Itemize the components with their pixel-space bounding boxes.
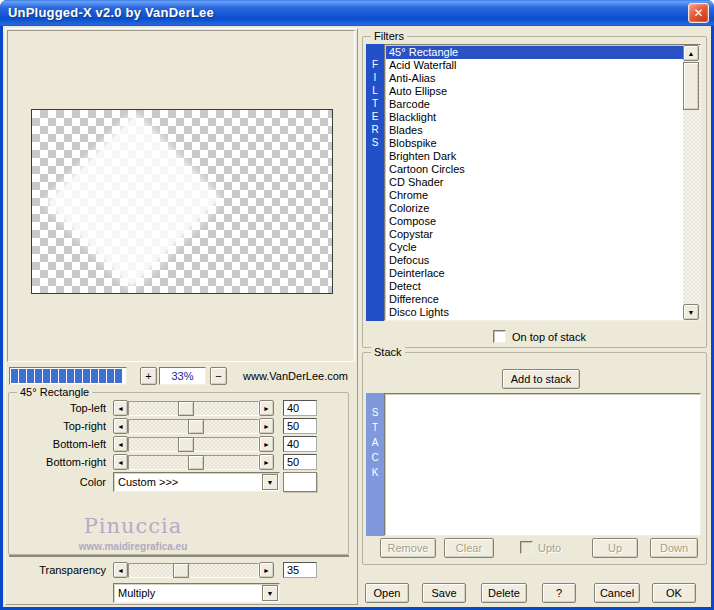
blend-mode-value: Multiply: [118, 587, 155, 599]
top-left-slider-track[interactable]: [128, 401, 259, 416]
zoom-level-display: 33%: [159, 367, 206, 385]
bottom-left-slider-track[interactable]: [128, 437, 259, 452]
watermark-url: www.maidiregrafica.eu: [33, 541, 233, 552]
filter-item[interactable]: Deinterlace: [386, 267, 683, 280]
transparency-value-input[interactable]: 35: [283, 562, 317, 578]
section-divider: [9, 555, 349, 557]
side-letter: L: [366, 84, 384, 97]
top-left-value-input[interactable]: 40: [283, 400, 317, 416]
ok-button[interactable]: OK: [652, 583, 696, 603]
scroll-up-icon[interactable]: ▲: [683, 45, 699, 61]
delete-button[interactable]: Delete: [481, 583, 527, 603]
filter-item[interactable]: Anti-Alias: [386, 72, 683, 85]
top-right-value-input[interactable]: 50: [283, 418, 317, 434]
cancel-button[interactable]: Cancel: [594, 583, 640, 603]
upto-checkbox[interactable]: [520, 541, 533, 554]
title-bar[interactable]: UnPlugged-X v2.0 by VanDerLee ✕: [0, 0, 714, 26]
filter-item[interactable]: Acid Waterfall: [386, 59, 683, 72]
chevron-down-icon[interactable]: ▼: [262, 585, 278, 601]
bottom-left-value-input[interactable]: 40: [283, 436, 317, 452]
blend-mode-select[interactable]: Multiply ▼: [113, 583, 280, 603]
filter-item[interactable]: Cycle: [386, 241, 683, 254]
close-button[interactable]: ✕: [688, 3, 709, 23]
bottom-right-slider-thumb[interactable]: [188, 455, 204, 470]
color-mode-select[interactable]: Custom >>> ▼: [113, 472, 280, 492]
filter-item[interactable]: Detect: [386, 280, 683, 293]
filter-item[interactable]: Blobspike: [386, 137, 683, 150]
scroll-down-icon[interactable]: ▼: [683, 304, 699, 320]
arrow-right-icon[interactable]: ►: [259, 418, 274, 434]
arrow-right-icon[interactable]: ►: [259, 562, 274, 578]
filter-item[interactable]: Colorize: [386, 202, 683, 215]
filter-item[interactable]: 45° Rectangle: [386, 46, 683, 59]
side-letter: E: [366, 110, 384, 123]
filter-item[interactable]: Barcode: [386, 98, 683, 111]
filter-item[interactable]: Compose: [386, 215, 683, 228]
arrow-left-icon[interactable]: ◄: [113, 436, 128, 452]
filter-item[interactable]: Cartoon Circles: [386, 163, 683, 176]
window-title: UnPlugged-X v2.0 by VanDerLee: [8, 5, 214, 20]
filter-item[interactable]: Brighten Dark: [386, 150, 683, 163]
side-letter: I: [366, 71, 384, 84]
add-to-stack-button[interactable]: Add to stack: [502, 369, 580, 389]
transparency-slider-thumb[interactable]: [173, 563, 189, 578]
transparency-slider-track[interactable]: [128, 563, 259, 578]
progress-segment: [11, 369, 18, 383]
clear-button[interactable]: Clear: [444, 538, 494, 558]
color-label: Color: [11, 476, 106, 488]
arrow-right-icon[interactable]: ►: [259, 454, 274, 470]
dialog-window: UnPlugged-X v2.0 by VanDerLee ✕ + 33% − …: [0, 0, 714, 610]
color-swatch-button[interactable]: [283, 472, 317, 492]
filter-item[interactable]: Defocus: [386, 254, 683, 267]
save-button[interactable]: Save: [422, 583, 466, 603]
arrow-right-icon[interactable]: ►: [259, 400, 274, 416]
filters-listbox: 45° RectangleAcid WaterfallAnti-AliasAut…: [384, 44, 701, 321]
filter-item[interactable]: Disco Lights: [386, 306, 683, 319]
progress-segment: [75, 369, 82, 383]
parameters-group-label: 45° Rectangle: [17, 386, 92, 398]
side-letter: T: [366, 97, 384, 110]
remove-button[interactable]: Remove: [380, 538, 436, 558]
filter-item[interactable]: Blacklight: [386, 111, 683, 124]
bottom-left-slider-thumb[interactable]: [178, 437, 194, 452]
filter-item[interactable]: Difference: [386, 293, 683, 306]
filters-scrollbar[interactable]: ▲ ▼: [683, 45, 700, 320]
arrow-left-icon[interactable]: ◄: [113, 400, 128, 416]
progress-segment: [51, 369, 58, 383]
top-right-slider-track[interactable]: [128, 419, 259, 434]
up-button[interactable]: Up: [592, 538, 638, 558]
arrow-left-icon[interactable]: ◄: [113, 454, 128, 470]
progress-segment: [107, 369, 114, 383]
top-right-slider-thumb[interactable]: [188, 419, 204, 434]
on-top-of-stack-checkbox[interactable]: [493, 330, 506, 343]
bottom-right-slider-track[interactable]: [128, 455, 259, 470]
arrow-left-icon[interactable]: ◄: [113, 418, 128, 434]
filter-item[interactable]: CD Shader: [386, 176, 683, 189]
filter-item[interactable]: Copystar: [386, 228, 683, 241]
side-letter: S: [366, 405, 384, 420]
filter-item[interactable]: Chrome: [386, 189, 683, 202]
render-progress-bar: [9, 367, 127, 385]
progress-segment: [59, 369, 66, 383]
stack-list[interactable]: [384, 393, 701, 536]
zoom-out-button[interactable]: −: [210, 367, 227, 385]
open-button[interactable]: Open: [365, 583, 409, 603]
on-top-of-stack-label: On top of stack: [512, 331, 586, 343]
bottom-right-value-input[interactable]: 50: [283, 454, 317, 470]
arrow-right-icon[interactable]: ►: [259, 436, 274, 452]
chevron-down-icon[interactable]: ▼: [262, 474, 278, 490]
filter-item[interactable]: Blades: [386, 124, 683, 137]
side-letter: F: [366, 58, 384, 71]
preview-image[interactable]: [31, 109, 333, 294]
side-letter: S: [366, 136, 384, 149]
progress-segment: [115, 369, 122, 383]
zoom-in-button[interactable]: +: [140, 367, 157, 385]
scrollbar-thumb[interactable]: [683, 62, 699, 110]
help-button[interactable]: ?: [542, 583, 576, 603]
vendor-website-link[interactable]: www.VanDerLee.com: [228, 370, 348, 382]
progress-segment: [19, 369, 26, 383]
arrow-left-icon[interactable]: ◄: [113, 562, 128, 578]
down-button[interactable]: Down: [650, 538, 698, 558]
top-left-slider-thumb[interactable]: [178, 401, 194, 416]
filter-item[interactable]: Auto Ellipse: [386, 85, 683, 98]
